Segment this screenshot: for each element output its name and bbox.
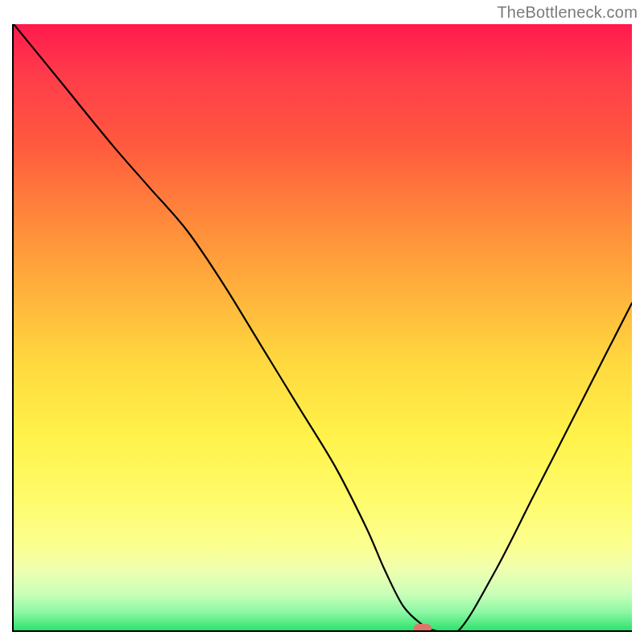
bottleneck-curve <box>14 24 632 630</box>
plot-area <box>12 24 632 632</box>
chart-container: TheBottleneck.com <box>0 0 644 644</box>
optimal-point-marker <box>414 624 431 632</box>
watermark-text: TheBottleneck.com <box>497 3 638 22</box>
